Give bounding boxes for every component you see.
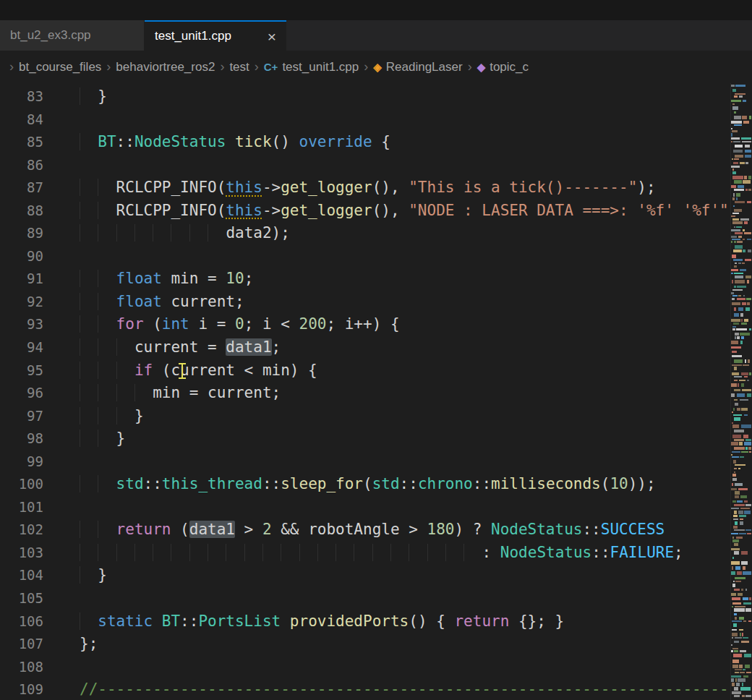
- minimap-stripe: [743, 249, 745, 252]
- code-line[interactable]: 96 min = current;: [0, 382, 752, 405]
- code-line[interactable]: 94 current = data1;: [0, 336, 752, 359]
- minimap-stripe: [733, 581, 735, 582]
- indent-guide: [80, 544, 98, 561]
- minimap-stripe: [739, 380, 745, 381]
- minimap-stripe: [743, 597, 748, 600]
- minimap-stripe: [740, 495, 747, 498]
- breadcrumb-item-bt-course-files[interactable]: bt_course_files: [19, 60, 101, 74]
- minimap[interactable]: [730, 83, 752, 700]
- code-line[interactable]: 98 }: [0, 427, 752, 451]
- indent-guide: [98, 384, 116, 401]
- symbol-method-icon: ◆: [477, 61, 486, 74]
- line-number: 92: [0, 291, 43, 314]
- tab-label: test_unit1.cpp: [155, 29, 231, 43]
- minimap-stripe: [732, 456, 739, 458]
- minimap-stripe: [732, 500, 736, 503]
- code-line[interactable]: 103 : NodeStatus::FAILURE;: [0, 542, 752, 565]
- code-line[interactable]: 109//-----------------------------------…: [0, 678, 752, 700]
- minimap-stripe: [732, 637, 733, 639]
- code-line[interactable]: 85 BT::NodeStatus tick() override {: [0, 131, 752, 154]
- code-token: {: [372, 133, 390, 150]
- code-line[interactable]: 99: [0, 451, 752, 474]
- code-line[interactable]: 92 float current;: [0, 291, 752, 314]
- code-token: (: [171, 521, 189, 538]
- minimap-stripe: [739, 95, 743, 98]
- minimap-stripe: [744, 221, 748, 224]
- minimap-stripe: [743, 100, 746, 102]
- indent-guide: [80, 293, 98, 310]
- minimap-stripe: [734, 189, 744, 191]
- close-icon[interactable]: ×: [268, 29, 276, 44]
- code-token: }: [98, 88, 107, 105]
- tab-bt-u2-ex3[interactable]: bt_u2_ex3.cpp: [0, 20, 145, 51]
- code-token: "NODE : LASER DATA ===>: '%f' '%f'": [409, 202, 729, 219]
- minimap-stripe: [740, 687, 751, 691]
- minimap-stripe: [743, 675, 748, 678]
- code-line[interactable]: 97 }: [0, 405, 752, 428]
- minimap-stripe: [745, 529, 751, 531]
- code-token: ::: [262, 475, 281, 492]
- indent-guide: [116, 224, 134, 242]
- minimap-stripe: [742, 389, 751, 391]
- indent-guide: [208, 544, 226, 561]
- code-line[interactable]: 84: [0, 108, 752, 132]
- code-line[interactable]: 88 RCLCPP_INFO(this->get_logger(), "NODE…: [0, 200, 752, 223]
- minimap-stripe: [732, 255, 736, 258]
- line-number: 94: [0, 336, 43, 359]
- code-line[interactable]: 91 float min = 10;: [0, 268, 752, 291]
- code-line[interactable]: 104 }: [0, 564, 752, 587]
- code-line[interactable]: 107};: [0, 633, 752, 656]
- code-line[interactable]: 101: [0, 496, 752, 519]
- minimap-stripe: [732, 660, 739, 663]
- code-token: RCLCPP_INFO(: [116, 202, 226, 219]
- breadcrumb-item-test-unit1-cpp[interactable]: C+test_unit1.cpp: [264, 60, 359, 74]
- breadcrumb-item-topic-c[interactable]: ◆topic_c: [477, 60, 529, 74]
- minimap-stripe: [736, 226, 742, 228]
- code-line[interactable]: 95 if (current < min) {: [0, 359, 752, 383]
- code-line[interactable]: 93 for (int i = 0; i < 200; i++) {: [0, 313, 752, 336]
- minimap-stripe: [738, 511, 743, 514]
- code-line[interactable]: 89 data2);: [0, 222, 752, 245]
- breadcrumb-item-behaviortree-ros2[interactable]: behaviortree_ros2: [116, 60, 215, 74]
- tab-test-unit1[interactable]: test_unit1.cpp ×: [145, 20, 286, 51]
- breadcrumb-item-test[interactable]: test: [229, 60, 249, 74]
- minimap-stripe: [735, 617, 737, 620]
- code-line-content: std::this_thread::sleep_for(std::chrono:…: [80, 473, 752, 496]
- breadcrumb-label: test: [229, 60, 249, 74]
- code-line[interactable]: 108: [0, 656, 752, 679]
- minimap-stripe: [731, 548, 740, 550]
- editor[interactable]: 83 }8485 BT::NodeStatus tick() override …: [0, 83, 752, 700]
- minimap-stripe: [740, 218, 749, 221]
- indent-guide: [189, 224, 208, 242]
- code-token: (),: [372, 202, 409, 219]
- code-line[interactable]: 87 RCLCPP_INFO(this->get_logger(), "This…: [0, 176, 752, 200]
- line-number: 90: [0, 245, 43, 268]
- minimap-stripe: [731, 269, 738, 271]
- code-line-content: current = data1;: [80, 336, 752, 359]
- code-line[interactable]: 86: [0, 154, 752, 177]
- breadcrumb-item-readinglaser[interactable]: ◈ReadingLaser: [373, 60, 462, 74]
- code-line[interactable]: 90: [0, 245, 752, 268]
- minimap-stripe: [734, 95, 738, 98]
- minimap-stripe: [735, 566, 740, 570]
- code-token: ::: [144, 475, 162, 492]
- line-number: 97: [0, 405, 43, 428]
- mouse-ibeam-cursor: [178, 363, 187, 379]
- code-token: chrono: [418, 475, 473, 492]
- code-line[interactable]: 83 }: [0, 85, 752, 108]
- minimap-stripe: [739, 665, 743, 668]
- code-line[interactable]: 100 std::this_thread::sleep_for(std::chr…: [0, 473, 752, 496]
- code-line-content: for (int i = 0; i < 200; i++) {: [80, 313, 752, 336]
- line-number: 98: [0, 427, 43, 451]
- indent-guide: [317, 544, 336, 561]
- minimap-stripe: [736, 328, 747, 330]
- minimap-stripe: [735, 245, 743, 249]
- code-line[interactable]: 105: [0, 587, 752, 610]
- code-token: ;: [674, 544, 683, 561]
- indent-guide: [208, 224, 226, 242]
- line-number: 83: [0, 85, 43, 108]
- minimap-stripe: [731, 236, 737, 238]
- code-line[interactable]: 106 static BT::PortsList providedPorts()…: [0, 610, 752, 633]
- code-line[interactable]: 102 return (data1 > 2 && robotAngle > 18…: [0, 518, 752, 542]
- minimap-stripe: [749, 116, 751, 119]
